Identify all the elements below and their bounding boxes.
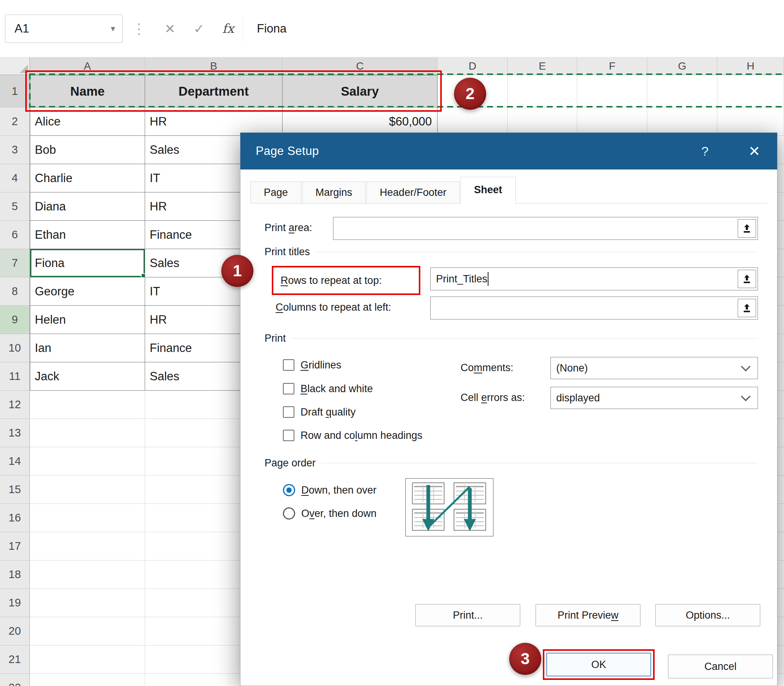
row-header-14[interactable]: 14 — [0, 447, 30, 475]
cell-A10[interactable]: Ian — [30, 334, 145, 362]
column-header-H[interactable]: H — [717, 57, 784, 75]
cell-A18[interactable] — [30, 560, 145, 589]
row-column-headings-label: Row and column headings — [301, 430, 422, 441]
cell-F2[interactable] — [577, 108, 647, 136]
cell-G2[interactable] — [647, 108, 717, 136]
cell-A7-active[interactable]: Fiona — [30, 249, 145, 278]
cell-A12[interactable] — [30, 390, 145, 419]
cell-C2[interactable]: $60,000 — [283, 108, 437, 136]
tab-page[interactable]: Page — [250, 181, 301, 204]
tab-margins[interactable]: Margins — [302, 181, 366, 204]
row-header-3[interactable]: 3 — [0, 136, 30, 164]
cell-A4[interactable]: Charlie — [30, 164, 145, 193]
cell-H2[interactable] — [717, 108, 784, 136]
ok-button[interactable]: OK — [546, 653, 651, 676]
cell-A17[interactable] — [30, 532, 145, 560]
gridlines-checkbox[interactable]: Gridlines — [283, 358, 342, 371]
formula-bar[interactable]: Fiona — [243, 15, 784, 42]
insert-function-icon[interactable]: fx — [214, 21, 243, 36]
row-header-16[interactable]: 16 — [0, 504, 30, 532]
row-header-6[interactable]: 6 — [0, 221, 30, 249]
radio-selected-icon — [283, 484, 295, 496]
row-header-19[interactable]: 19 — [0, 589, 30, 617]
print-button[interactable]: Print... — [415, 604, 520, 626]
rows-repeat-collapse-button[interactable] — [738, 270, 756, 288]
row-header-1[interactable]: 1 — [0, 75, 30, 108]
cell-A19[interactable] — [30, 589, 145, 617]
row-header-4[interactable]: 4 — [0, 164, 30, 193]
print-preview-button[interactable]: Print Preview — [535, 604, 640, 626]
row-header-5[interactable]: 5 — [0, 193, 30, 221]
column-header-G[interactable]: G — [647, 57, 717, 75]
column-header-A[interactable]: A — [30, 57, 145, 75]
column-header-C[interactable]: C — [283, 57, 437, 75]
cell-B1[interactable]: Department — [145, 75, 283, 108]
select-all-button[interactable] — [0, 57, 30, 75]
column-header-F[interactable]: F — [577, 57, 647, 75]
tab-sheet[interactable]: Sheet — [460, 177, 516, 204]
row-header-15[interactable]: 15 — [0, 475, 30, 504]
cell-A16[interactable] — [30, 504, 145, 532]
cell-G1[interactable] — [647, 75, 717, 108]
draft-quality-checkbox[interactable]: Draft quality — [283, 405, 356, 418]
rows-repeat-input[interactable]: Print_Titles — [430, 268, 758, 291]
name-box[interactable]: A1 ▾ — [5, 15, 123, 43]
down-then-over-radio[interactable]: Down, then over — [283, 483, 377, 497]
cols-repeat-input[interactable] — [430, 297, 758, 320]
cell-A13[interactable] — [30, 419, 145, 447]
cell-A2[interactable]: Alice — [30, 108, 145, 136]
confirm-entry-icon[interactable]: ✓ — [185, 21, 214, 36]
row-header-18[interactable]: 18 — [0, 560, 30, 589]
name-box-dropdown-icon[interactable]: ▾ — [104, 24, 122, 34]
column-header-D[interactable]: D — [437, 57, 507, 75]
cell-A20[interactable] — [30, 617, 145, 645]
cell-A8[interactable]: George — [30, 278, 145, 306]
cell-A11[interactable]: Jack — [30, 362, 145, 390]
cell-A1[interactable]: Name — [30, 75, 145, 108]
tab-header-footer[interactable]: Header/Footer — [367, 181, 460, 204]
cell-errors-dropdown[interactable]: displayed — [550, 387, 758, 409]
cell-B2[interactable]: HR — [145, 108, 283, 136]
options-button[interactable]: Options... — [655, 604, 760, 626]
cell-D2[interactable] — [437, 108, 507, 136]
row-header-2[interactable]: 2 — [0, 108, 30, 136]
print-area-collapse-button[interactable] — [738, 219, 756, 238]
help-icon[interactable]: ? — [701, 144, 709, 159]
black-and-white-checkbox[interactable]: Black and white — [283, 382, 373, 395]
row-header-20[interactable]: 20 — [0, 617, 30, 645]
row-header-13[interactable]: 13 — [0, 419, 30, 447]
row-column-headings-checkbox[interactable]: Row and column headings — [283, 429, 422, 442]
row-header-8[interactable]: 8 — [0, 278, 30, 306]
column-header-B[interactable]: B — [145, 57, 283, 75]
cell-A3[interactable]: Bob — [30, 136, 145, 164]
row-header-9[interactable]: 9 — [0, 306, 30, 334]
cancel-button[interactable]: Cancel — [668, 655, 773, 678]
cell-A9[interactable]: Helen — [30, 306, 145, 334]
cell-A5[interactable]: Diana — [30, 193, 145, 221]
cell-A15[interactable] — [30, 475, 145, 504]
select-all-triangle-icon — [20, 65, 28, 73]
row-header-11[interactable]: 11 — [0, 362, 30, 390]
cell-H1[interactable] — [717, 75, 784, 108]
print-area-input[interactable] — [333, 217, 758, 240]
column-header-E[interactable]: E — [507, 57, 577, 75]
close-icon[interactable]: ✕ — [748, 143, 760, 160]
row-header-10[interactable]: 10 — [0, 334, 30, 362]
row-header-22[interactable]: 22 — [0, 674, 30, 686]
comments-dropdown[interactable]: (None) — [550, 357, 758, 379]
over-then-down-radio[interactable]: Over, then down — [283, 507, 377, 520]
cell-E1[interactable] — [507, 75, 577, 108]
cell-A22[interactable] — [30, 674, 145, 686]
row-header-17[interactable]: 17 — [0, 532, 30, 560]
cancel-entry-icon[interactable]: ✕ — [155, 21, 185, 36]
row-header-12[interactable]: 12 — [0, 390, 30, 419]
cell-A21[interactable] — [30, 645, 145, 674]
cell-E2[interactable] — [507, 108, 577, 136]
row-header-21[interactable]: 21 — [0, 645, 30, 674]
cols-repeat-collapse-button[interactable] — [738, 299, 756, 317]
cell-A6[interactable]: Ethan — [30, 221, 145, 249]
cell-C1[interactable]: Salary — [283, 75, 437, 108]
row-header-7[interactable]: 7 — [0, 249, 30, 278]
cell-F1[interactable] — [577, 75, 647, 108]
cell-A14[interactable] — [30, 447, 145, 475]
